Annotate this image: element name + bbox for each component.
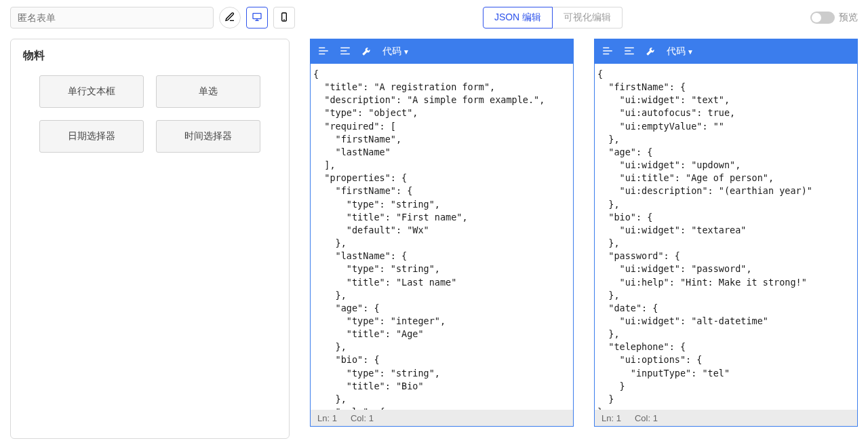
materials-grid: 单行文本框 单选 日期选择器 时间选择器 (23, 75, 277, 153)
format-collapse-icon (339, 45, 351, 59)
repair-button[interactable] (361, 45, 373, 59)
code-mode-dropdown[interactable]: 代码 ▼ (667, 45, 694, 58)
chevron-down-icon: ▼ (403, 48, 410, 56)
editor-mode-tabs: JSON 编辑 可视化编辑 (483, 7, 623, 28)
desktop-view-button[interactable] (246, 7, 268, 28)
collapse-all-button[interactable] (623, 45, 635, 59)
format-expand-icon (317, 45, 330, 59)
format-expand-icon (601, 45, 614, 59)
preview-switch[interactable] (810, 12, 835, 24)
status-col: Col: 1 (635, 413, 658, 423)
material-item-text[interactable]: 单行文本框 (39, 75, 144, 108)
materials-title: 物料 (23, 49, 277, 63)
collapse-all-button[interactable] (339, 45, 351, 59)
pencil-icon (224, 12, 235, 24)
expand-all-button[interactable] (317, 45, 330, 59)
wrench-icon (645, 45, 657, 59)
material-item-date[interactable]: 日期选择器 (39, 120, 144, 153)
material-item-radio[interactable]: 单选 (156, 75, 260, 108)
materials-panel: 物料 单行文本框 单选 日期选择器 时间选择器 (10, 39, 290, 439)
chevron-down-icon: ▼ (687, 48, 694, 56)
code-mode-label: 代码 (667, 45, 686, 58)
json-editor-schema: 代码 ▼ { "title": "A registration form", "… (310, 39, 574, 427)
material-item-time[interactable]: 时间选择器 (156, 120, 260, 153)
mobile-view-button[interactable] (273, 7, 295, 28)
top-bar: JSON 编辑 可视化编辑 预览 (0, 0, 868, 39)
status-col: Col: 1 (351, 413, 374, 423)
code-mode-dropdown[interactable]: 代码 ▼ (382, 45, 410, 58)
tab-json-edit[interactable]: JSON 编辑 (483, 7, 553, 28)
editor-content-schema[interactable]: { "title": "A registration form", "descr… (311, 64, 573, 410)
editors-container: 代码 ▼ { "title": "A registration form", "… (310, 39, 858, 439)
tab-visual-edit[interactable]: 可视化编辑 (553, 7, 623, 28)
status-line: Ln: 1 (317, 413, 337, 423)
expand-all-button[interactable] (601, 45, 614, 59)
edit-icon-button[interactable] (219, 7, 241, 28)
preview-label: 预览 (839, 12, 858, 24)
editor-statusbar: Ln: 1 Col: 1 (311, 410, 573, 426)
main-content: 物料 单行文本框 单选 日期选择器 时间选择器 (0, 39, 868, 439)
code-mode-label: 代码 (382, 45, 401, 58)
editor-toolbar: 代码 ▼ (595, 39, 857, 64)
wrench-icon (361, 45, 373, 59)
editor-content-uischema[interactable]: { "firstName": { "ui:widget": "text", "u… (595, 64, 857, 410)
preview-toggle: 预览 (810, 12, 858, 24)
svg-rect-0 (253, 13, 261, 18)
json-editor-uischema: 代码 ▼ { "firstName": { "ui:widget": "text… (594, 39, 858, 427)
status-line: Ln: 1 (601, 413, 621, 423)
editor-statusbar: Ln: 1 Col: 1 (595, 410, 857, 426)
mobile-icon (279, 12, 290, 24)
format-collapse-icon (623, 45, 635, 59)
form-title-input[interactable] (10, 7, 214, 28)
repair-button[interactable] (645, 45, 657, 59)
desktop-icon (252, 12, 262, 24)
editor-toolbar: 代码 ▼ (311, 39, 573, 64)
